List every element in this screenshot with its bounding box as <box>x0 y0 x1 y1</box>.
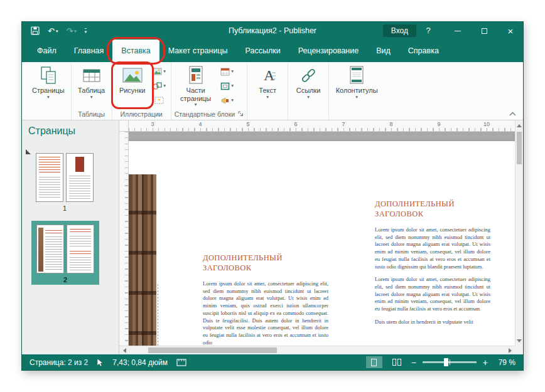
customize-qat-button[interactable]: ▾ <box>85 28 87 34</box>
maximize-button[interactable] <box>472 22 497 40</box>
tab-file[interactable]: Файл <box>28 40 65 62</box>
collapse-pane-icon[interactable] <box>26 149 31 154</box>
zoom-level[interactable]: 79 % <box>494 358 515 367</box>
tab-insert[interactable]: Вставка <box>112 40 159 62</box>
two-page-view-button[interactable] <box>389 356 405 368</box>
zoom-out-button[interactable]: − <box>411 358 416 367</box>
group-label-links <box>291 109 325 120</box>
zoom-slider-handle[interactable] <box>444 358 448 366</box>
page-2-right-mini <box>67 225 94 273</box>
page-1-left-mini <box>36 153 63 202</box>
undo-button[interactable]: ↶ ▾ <box>48 26 58 36</box>
thumb-line-pattern <box>69 176 90 199</box>
links-button-label: Ссылки <box>296 87 321 95</box>
publication-page[interactable]: ДОПОЛНИТЕЛЬНЫЙ ЗАГОЛОВОК Lorem ipsum dol… <box>129 141 515 346</box>
sign-in-button[interactable]: Вход <box>383 24 416 37</box>
group-label-building-blocks: Стандартные блоки <box>175 109 244 120</box>
links-button[interactable]: Ссылки ▾ <box>291 63 325 107</box>
dialog-launcher-icon[interactable] <box>238 111 244 117</box>
calendars-button[interactable]: ▾ <box>219 65 235 78</box>
ruler-number: 9 <box>437 121 440 127</box>
online-pictures-button[interactable]: ▾ <box>151 65 168 78</box>
vertical-scroll-thumb[interactable] <box>517 132 522 164</box>
shapes-icon <box>153 82 162 90</box>
page-2-left-mini <box>36 225 64 273</box>
tab-review[interactable]: Рецензирование <box>289 40 368 62</box>
zoom-in-button[interactable]: + <box>483 358 488 367</box>
tab-home[interactable]: Главная <box>65 40 113 62</box>
status-bar-right: − + 79 % <box>366 356 515 368</box>
object-size-icon[interactable] <box>176 359 186 366</box>
page-2-number: 2 <box>36 276 94 283</box>
advertisements-button[interactable]: ▾ <box>219 94 235 107</box>
tab-help[interactable]: Справка <box>399 40 448 62</box>
body-text-right-paragraph-1: Lorem ipsum dolor sit amet, consectetuer… <box>375 226 490 270</box>
headers-footers-button[interactable]: Колонтитулы ▾ <box>332 63 381 107</box>
page-indicator[interactable]: Страница: 2 из 2 <box>30 358 88 367</box>
body-text-middle[interactable]: Lorem ipsum dolor sit amet, consectetuer… <box>203 280 328 346</box>
ribbon-group-tables: Таблица ▾ Таблицы <box>72 62 112 120</box>
horizontal-scrollbar[interactable] <box>119 346 515 354</box>
group-label-tables: Таблицы <box>75 109 109 120</box>
redo-button[interactable]: ↷ ▾ <box>66 26 76 36</box>
tab-mailings[interactable]: Рассылки <box>237 40 289 62</box>
bookshelf-photo[interactable] <box>129 174 156 346</box>
redo-dropdown-icon[interactable]: ▾ <box>74 29 77 33</box>
borders-accents-button[interactable]: ▾ <box>219 80 235 92</box>
zoom-slider[interactable] <box>423 361 477 363</box>
tab-view[interactable]: Вид <box>367 40 399 62</box>
scroll-down-button[interactable] <box>515 337 523 344</box>
body-text-right-paragraph-2: Lorem ipsum dolor sit amet, consectetuer… <box>375 276 490 313</box>
scroll-up-icon <box>517 124 522 127</box>
horizontal-ruler[interactable]: 3 4 5 6 7 8 9 10 <box>129 120 515 132</box>
help-button[interactable]: ? <box>420 22 436 40</box>
shapes-button[interactable]: ▾ <box>151 80 168 92</box>
vertical-scrollbar[interactable] <box>515 120 523 346</box>
page-1-thumbnail[interactable]: 1 <box>36 153 94 212</box>
tab-mailings-label: Рассылки <box>246 46 281 55</box>
chevron-up-icon <box>509 112 516 116</box>
single-page-view-button[interactable] <box>366 356 382 368</box>
horizontal-scroll-thumb[interactable] <box>148 347 277 353</box>
ruler-number: 5 <box>246 121 249 127</box>
customize-qat-icon: ▾ <box>85 28 87 34</box>
online-pictures-dropdown-icon: ▾ <box>163 69 166 74</box>
page-2-thumbnail-selected[interactable]: 2 <box>31 221 99 285</box>
minimize-icon <box>455 31 461 31</box>
ribbon-group-headers: Колонтитулы ▾ <box>329 62 384 120</box>
collapse-ribbon-button[interactable] <box>507 109 517 118</box>
pages-button[interactable]: Страницы ▾ <box>29 63 68 107</box>
scroll-up-button[interactable] <box>515 122 523 129</box>
close-button[interactable]: × <box>498 22 523 40</box>
secondary-heading-middle[interactable]: ДОПОЛНИТЕЛЬНЫЙ ЗАГОЛОВОК <box>203 253 328 273</box>
body-text-right[interactable]: Lorem ipsum dolor sit amet, consectetuer… <box>375 226 490 332</box>
links-icon <box>298 65 318 85</box>
pages-icon <box>38 65 58 85</box>
text-box-guide <box>158 284 158 346</box>
page-parts-dropdown-icon: ▾ <box>195 102 197 107</box>
ribbon-group-pages: Страницы ▾ <box>26 62 72 120</box>
pages-dropdown-icon: ▾ <box>47 95 50 100</box>
cursor-pointer-icon <box>97 358 104 367</box>
vertical-ruler[interactable] <box>119 132 129 346</box>
undo-dropdown-icon[interactable]: ▾ <box>56 29 58 33</box>
page-parts-button[interactable]: Части страницы ▾ <box>175 63 217 107</box>
tab-page-design[interactable]: Макет страницы <box>159 40 237 62</box>
text-button[interactable]: A Текст ▾ <box>251 63 284 107</box>
scroll-down-icon <box>517 339 522 342</box>
picture-placeholder-button[interactable] <box>151 94 168 107</box>
pictures-button[interactable]: Рисунки <box>116 63 149 107</box>
redo-icon: ↷ <box>66 26 73 36</box>
table-button[interactable]: Таблица ▾ <box>75 63 109 107</box>
two-page-icon-right <box>397 359 401 366</box>
scroll-right-button[interactable] <box>506 346 514 354</box>
save-button[interactable] <box>31 26 40 35</box>
svg-text:A: A <box>264 67 275 83</box>
publication-viewport[interactable]: ДОПОЛНИТЕЛЬНЫЙ ЗАГОЛОВОК Lorem ipsum dol… <box>129 132 515 346</box>
scroll-left-button[interactable] <box>121 346 128 354</box>
ruler-number: 4 <box>198 121 202 127</box>
canvas-area: 3 4 5 6 7 8 9 10 ДОПОЛНИТЕЛЬНЫЙ ЗАГОЛОВО… <box>119 120 523 354</box>
ruler-number: 10 <box>483 121 490 127</box>
secondary-heading-right[interactable]: ДОПОЛНИТЕЛЬНЫЙ ЗАГОЛОВОК <box>375 199 494 220</box>
minimize-button[interactable] <box>445 22 470 40</box>
